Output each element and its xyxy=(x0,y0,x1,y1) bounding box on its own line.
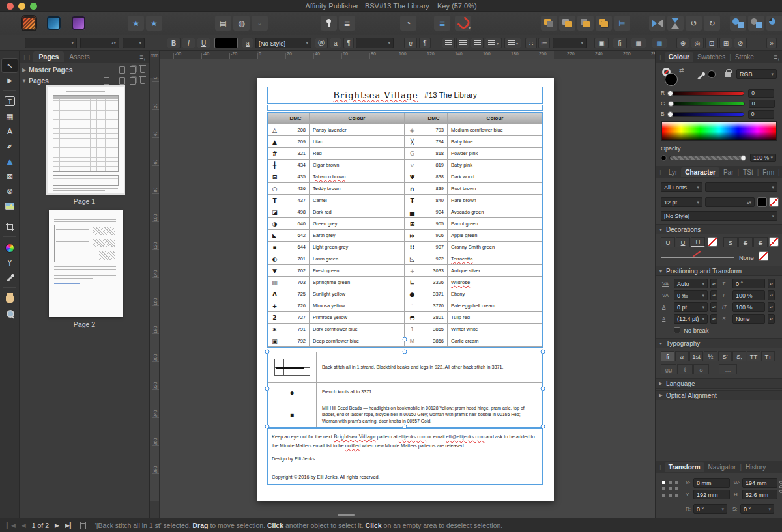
first-page-button[interactable]: ▎◀ xyxy=(7,522,16,529)
pt-right-stepper[interactable]: ▴▾ xyxy=(768,290,775,300)
selection-handle[interactable] xyxy=(265,425,270,429)
tab-history[interactable]: History xyxy=(742,462,770,472)
pt-left-stepper[interactable]: ▴▾ xyxy=(710,290,717,300)
text-direction-icon[interactable]: ɐ xyxy=(404,38,417,48)
strikethrough-button-2[interactable]: S xyxy=(753,237,768,247)
tab-paragraph[interactable]: Par xyxy=(719,167,738,177)
zoom-tool[interactable] xyxy=(2,307,18,320)
paragraph-mark-icon[interactable]: ¶ xyxy=(343,38,354,48)
last-page-button[interactable]: ▶▎ xyxy=(65,522,74,529)
pt-left-stepper[interactable]: ▴▾ xyxy=(710,302,717,312)
pt-right-stepper[interactable]: ▴▾ xyxy=(768,279,775,288)
tab-text-styles[interactable]: TSt xyxy=(739,167,757,177)
rotate-cw-icon[interactable]: ↻ xyxy=(704,16,720,31)
tab-colour[interactable]: Colour xyxy=(665,52,693,62)
document-page[interactable]: Brightsea Village – #13 The Library DMCC… xyxy=(257,78,554,501)
add-page-icon[interactable] xyxy=(119,77,125,85)
anchor-point-selector[interactable] xyxy=(662,481,679,497)
text-flow-icon[interactable]: ≣ xyxy=(434,16,450,31)
paragraph-style-select[interactable]: ▾ xyxy=(356,38,394,48)
move-to-front-icon[interactable] xyxy=(596,16,612,31)
stitch-notes-table[interactable]: Back stitch all in 1 strand. Blackbird b… xyxy=(267,352,543,428)
flip-vertical-icon[interactable] xyxy=(667,16,684,31)
page-2-label[interactable]: Page 2 xyxy=(20,320,149,328)
page-1-thumbnail[interactable] xyxy=(48,87,124,193)
slider-track[interactable] xyxy=(668,102,745,106)
disclosure-down-icon[interactable]: ▼ xyxy=(20,78,29,84)
swap-fill-stroke-icon[interactable]: ⇄ xyxy=(679,67,684,74)
character-colour-swatch[interactable] xyxy=(757,197,767,207)
node-tool[interactable]: ▶ xyxy=(2,74,18,87)
pt-right-field-1[interactable]: 100 % xyxy=(732,290,765,300)
footer-text-frame[interactable]: Keep an eye out for the next Brightsea V… xyxy=(267,428,543,485)
stroke-preview[interactable] xyxy=(661,253,734,262)
view-tool[interactable] xyxy=(2,292,18,305)
publisher-app-icon[interactable] xyxy=(22,16,36,30)
character-stroke-swatch[interactable] xyxy=(769,197,779,207)
strikethrough-button-0[interactable]: S xyxy=(723,237,738,247)
tab-stroke[interactable]: Stroke xyxy=(731,52,758,62)
add-master-icon[interactable] xyxy=(119,66,125,74)
w-field[interactable]: 194 mm xyxy=(742,478,777,488)
slider-value[interactable]: 0 xyxy=(748,89,774,98)
delete-page-icon[interactable] xyxy=(140,77,145,84)
numbered-list-icon[interactable]: ≔ xyxy=(538,38,550,48)
ruler-unit[interactable]: mm xyxy=(150,51,160,59)
back-one-icon[interactable] xyxy=(559,16,575,31)
move-tool[interactable]: ↖ xyxy=(2,59,18,72)
font-collection-select[interactable]: All Fonts▾ xyxy=(661,182,702,192)
snap-center-icon[interactable]: ⊕ xyxy=(676,38,689,48)
rotate-ccw-icon[interactable]: ↺ xyxy=(686,16,702,31)
slider-knob[interactable] xyxy=(667,91,673,96)
typography-button-5[interactable]: S, xyxy=(732,351,746,361)
typography-alt-button-1[interactable]: ℓ xyxy=(677,364,693,374)
preset-brush-icon[interactable]: ★ xyxy=(146,16,162,31)
artistic-text-icon[interactable]: a xyxy=(330,38,341,48)
selection-handle[interactable] xyxy=(403,425,407,429)
align-right-button[interactable] xyxy=(471,38,484,48)
rotation-handle[interactable] xyxy=(403,337,407,342)
snap-node-icon[interactable]: ⊡ xyxy=(705,38,718,48)
align-left-button[interactable] xyxy=(442,38,455,48)
place-image-tool[interactable] xyxy=(2,199,18,213)
photo-app-icon[interactable] xyxy=(72,16,85,30)
geometry-add-icon[interactable] xyxy=(730,16,746,31)
leading-button[interactable]: ▾ xyxy=(504,38,521,48)
typography-button-4[interactable]: S' xyxy=(718,351,732,361)
underline-button-1[interactable]: U xyxy=(676,237,690,247)
table-tool[interactable]: ▦ xyxy=(2,109,18,123)
paragraph-direction-icon[interactable]: ¶ xyxy=(419,38,431,48)
page-thumb-icon[interactable] xyxy=(80,522,86,529)
optical-alignment-section[interactable]: ▶Optical Alignment xyxy=(656,390,782,400)
typography-button-7[interactable]: Tт xyxy=(761,351,775,361)
pen-tool[interactable]: ✒ xyxy=(2,139,18,153)
typography-button-2[interactable]: 1st xyxy=(689,351,703,361)
document-canvas[interactable]: Brightsea Village – #13 The Library DMCC… xyxy=(160,59,655,518)
typography-alt-button-3[interactable]: … xyxy=(719,364,737,374)
selection-handle[interactable] xyxy=(265,350,270,354)
pt-right-stepper[interactable]: ▴▾ xyxy=(768,302,775,312)
slider-value[interactable]: 0 xyxy=(748,110,774,119)
rect-frame-tool[interactable]: ⊠ xyxy=(2,169,18,183)
preflight-icon[interactable]: ◔ xyxy=(400,16,416,31)
pt-right-stepper[interactable]: ▴▾ xyxy=(768,314,775,324)
strikethrough-button-1[interactable]: S xyxy=(738,237,753,247)
guides-icon[interactable]: ▫ xyxy=(252,16,268,31)
frame-text-tool[interactable]: T xyxy=(2,94,18,108)
italic-button[interactable]: I xyxy=(182,38,195,48)
y-field[interactable]: 192 mm xyxy=(693,490,730,499)
align-center-button[interactable] xyxy=(456,38,469,48)
move-to-back-icon[interactable] xyxy=(541,16,557,31)
geometry-subtract-icon[interactable] xyxy=(748,16,764,31)
tab-swatches[interactable]: Swatches xyxy=(693,52,729,62)
tab-assets[interactable]: Assets xyxy=(64,51,95,62)
slider-knob[interactable] xyxy=(667,111,673,117)
pages-view-icon[interactable]: ▤ xyxy=(215,16,231,31)
panel-menu-icon[interactable]: ≡, xyxy=(139,53,145,61)
overflow-icon[interactable]: » xyxy=(766,38,777,48)
slider-value[interactable]: 0 xyxy=(749,100,775,108)
master-pages-row[interactable]: ▶ Master Pages xyxy=(20,64,149,75)
fill-colour-well[interactable] xyxy=(665,73,678,86)
underline-button[interactable]: U xyxy=(197,38,210,48)
shear-field[interactable]: 0 °▾ xyxy=(740,504,774,514)
